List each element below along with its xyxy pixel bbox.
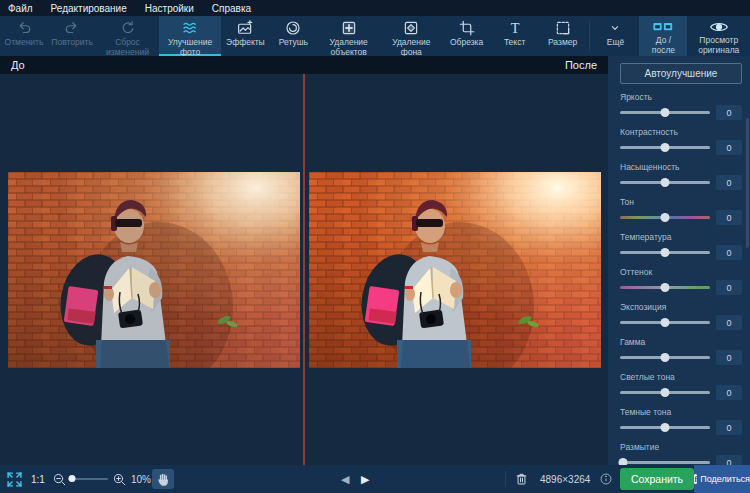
more-tools-label: Ещё bbox=[607, 38, 624, 48]
menu-file[interactable]: Файл bbox=[8, 3, 33, 14]
tab-effects[interactable]: Эффекты bbox=[221, 16, 269, 56]
compare-header: До После bbox=[0, 56, 608, 74]
tab-remove-background[interactable]: Удаление фона bbox=[380, 16, 443, 56]
slider-label: Экспозиция bbox=[620, 302, 742, 312]
remove-background-icon bbox=[402, 19, 420, 37]
slider-row-hue: Тон 0 bbox=[620, 197, 742, 225]
slider-value[interactable]: 0 bbox=[716, 385, 742, 400]
slider-handle[interactable] bbox=[661, 318, 670, 327]
slider-value[interactable]: 0 bbox=[716, 140, 742, 155]
more-tools-button[interactable]: Ещё bbox=[591, 16, 639, 56]
menu-edit[interactable]: Редактирование bbox=[51, 3, 127, 14]
menu-help[interactable]: Справка bbox=[212, 3, 251, 14]
slider-track[interactable] bbox=[620, 356, 710, 359]
adjustments-panel: Автоулучшение Яркость 0 Контрастность 0 … bbox=[608, 56, 750, 465]
fit-screen-button[interactable] bbox=[6, 465, 23, 493]
slider-value[interactable]: 0 bbox=[716, 175, 742, 190]
slider-label: Светлые тона bbox=[620, 372, 742, 382]
slider-value[interactable]: 0 bbox=[716, 105, 742, 120]
prev-photo-button[interactable]: ◀ bbox=[341, 465, 349, 493]
reset-changes-button[interactable]: Сброс изменений bbox=[96, 16, 159, 56]
trash-icon bbox=[514, 471, 529, 487]
zoom-slider-handle[interactable] bbox=[69, 475, 76, 482]
remove-objects-icon bbox=[340, 19, 358, 37]
slider-track[interactable] bbox=[620, 321, 710, 324]
slider-label: Тон bbox=[620, 197, 742, 207]
slider-value[interactable]: 0 bbox=[716, 245, 742, 260]
undo-button[interactable]: Отменить bbox=[0, 16, 48, 56]
slider-track[interactable] bbox=[620, 461, 710, 464]
slider-row-highlights: Светлые тона 0 bbox=[620, 372, 742, 400]
slider-label: Температура bbox=[620, 232, 742, 242]
chevron-down-icon bbox=[607, 19, 623, 37]
slider-track[interactable] bbox=[620, 146, 710, 149]
slider-row-brightness: Яркость 0 bbox=[620, 92, 742, 120]
reset-changes-label: Сброс изменений bbox=[102, 38, 153, 57]
slider-track[interactable] bbox=[620, 426, 710, 429]
slider-handle[interactable] bbox=[661, 353, 670, 362]
image-dimensions: 4896×3264 bbox=[540, 465, 590, 493]
before-label: До bbox=[11, 59, 25, 71]
panel-scrollbar[interactable] bbox=[746, 118, 749, 248]
share-label: Поделиться bbox=[700, 474, 750, 484]
tab-resize[interactable]: Размер bbox=[539, 16, 587, 56]
hand-tool-button[interactable] bbox=[152, 465, 174, 493]
hand-icon bbox=[152, 469, 174, 489]
slider-handle[interactable] bbox=[661, 248, 670, 257]
menu-settings[interactable]: Настройки bbox=[145, 3, 194, 14]
before-after-icon bbox=[652, 19, 674, 35]
before-photo[interactable] bbox=[8, 172, 300, 368]
delete-photo-button[interactable] bbox=[514, 465, 529, 493]
slider-track[interactable] bbox=[620, 111, 710, 114]
redo-button[interactable]: Повторить bbox=[48, 16, 96, 56]
share-button[interactable]: f Поделиться bbox=[694, 465, 750, 493]
tab-retouch-label: Ретушь bbox=[279, 38, 308, 48]
after-photo[interactable] bbox=[309, 172, 601, 368]
tab-crop-label: Обрезка bbox=[450, 38, 483, 48]
slider-handle[interactable] bbox=[661, 213, 670, 222]
view-original-button[interactable]: Просмотр оригинала bbox=[687, 16, 750, 56]
slider-handle[interactable] bbox=[661, 388, 670, 397]
next-photo-button[interactable]: ▶ bbox=[361, 465, 369, 493]
slider-handle[interactable] bbox=[661, 143, 670, 152]
photo-editor-window: Файл Редактирование Настройки Справка От… bbox=[0, 0, 750, 493]
slider-track[interactable] bbox=[620, 286, 710, 289]
actual-size-button[interactable]: 1:1 bbox=[31, 465, 45, 493]
tab-text-label: Текст bbox=[504, 38, 525, 48]
slider-handle[interactable] bbox=[661, 423, 670, 432]
tab-text[interactable]: T Текст bbox=[491, 16, 539, 56]
slider-track[interactable] bbox=[620, 391, 710, 394]
slider-value[interactable]: 0 bbox=[716, 280, 742, 295]
redo-label: Повторить bbox=[51, 38, 93, 48]
tab-adjust[interactable]: Улучшение фото bbox=[159, 16, 222, 56]
zoom-percent: 10% bbox=[131, 465, 151, 493]
slider-label: Оттенок bbox=[620, 267, 742, 277]
slider-track[interactable] bbox=[620, 181, 710, 184]
save-button[interactable]: Сохранить bbox=[620, 468, 694, 490]
slider-value[interactable]: 0 bbox=[716, 210, 742, 225]
canvas-area: До После bbox=[0, 56, 608, 465]
before-after-label: До / после bbox=[645, 36, 681, 55]
status-bar: 1:1 10% ◀ ▶ 4 bbox=[0, 465, 750, 493]
slider-value[interactable]: 0 bbox=[716, 315, 742, 330]
zoom-out-button[interactable] bbox=[52, 465, 67, 493]
slider-track[interactable] bbox=[620, 251, 710, 254]
zoom-slider-track[interactable] bbox=[68, 478, 108, 480]
tab-remove-objects[interactable]: Удаление объектов bbox=[317, 16, 380, 56]
slider-handle[interactable] bbox=[661, 108, 670, 117]
zoom-in-button[interactable] bbox=[112, 465, 127, 493]
tab-retouch[interactable]: Ретушь bbox=[269, 16, 317, 56]
adjust-waves-icon bbox=[180, 19, 200, 37]
auto-enhance-button[interactable]: Автоулучшение bbox=[620, 63, 742, 84]
slider-handle[interactable] bbox=[661, 178, 670, 187]
slider-handle[interactable] bbox=[661, 283, 670, 292]
slider-track[interactable] bbox=[620, 216, 710, 219]
image-info-button[interactable] bbox=[599, 465, 613, 493]
before-after-toggle[interactable]: До / после bbox=[639, 16, 687, 56]
slider-value[interactable]: 0 bbox=[716, 350, 742, 365]
slider-row-temperature: Температура 0 bbox=[620, 232, 742, 260]
resize-icon bbox=[554, 19, 572, 37]
tab-crop[interactable]: Обрезка bbox=[443, 16, 491, 56]
zoom-slider[interactable] bbox=[68, 465, 108, 493]
slider-value[interactable]: 0 bbox=[716, 420, 742, 435]
